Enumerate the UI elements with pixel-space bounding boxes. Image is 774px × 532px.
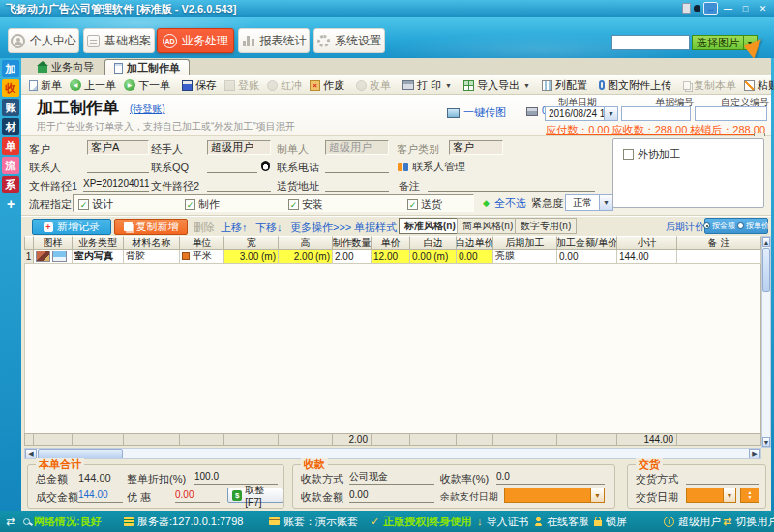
sidebar-item-order[interactable]: 单 [2, 137, 19, 155]
sidebar-item-material[interactable]: 材 [2, 118, 19, 135]
col-price[interactable]: 单价 [372, 236, 410, 250]
checkbox-install[interactable]: ✓安装 [288, 197, 323, 212]
style-tab-simple[interactable]: 简单风格(n) [457, 218, 519, 234]
order-date-combo[interactable]: 2016/08/24 15:17:32 ▼ [545, 106, 618, 121]
due-date-combo[interactable]: ▼ [504, 488, 605, 503]
maximize-button[interactable]: □ [738, 2, 753, 15]
current-user[interactable]: i超级用户 [664, 511, 721, 532]
qq-field[interactable] [207, 159, 257, 173]
sidebar-item-system[interactable]: 系 [2, 176, 19, 193]
deal-field[interactable]: 144.00 [78, 488, 123, 503]
import-export-button[interactable]: 导入导出▼ [460, 77, 534, 94]
radio-by-price[interactable] [737, 222, 744, 229]
round-button[interactable]: $ 取整[F7] [227, 488, 283, 503]
attachment-upload-button[interactable]: 图文附件上传 [595, 77, 675, 94]
cell-process-amount[interactable]: 0.00 [557, 250, 617, 264]
doc-no-input[interactable] [621, 106, 691, 121]
cell-material[interactable]: 背胶 [124, 250, 180, 264]
tab-business-wizard[interactable]: 业务向导 [29, 59, 103, 75]
cell-price[interactable]: 12.00 [372, 250, 410, 264]
delivery-method-field[interactable] [686, 470, 759, 485]
clipboard-icon[interactable] [682, 3, 691, 14]
cell-subtotal[interactable]: 144.00 [617, 250, 677, 264]
qq-penguin-icon[interactable] [261, 161, 270, 171]
online-service-button[interactable]: 在线客服 [534, 511, 589, 532]
void-button[interactable]: ×作废 [306, 77, 348, 94]
col-rownum[interactable] [24, 236, 34, 250]
pay-amount-field[interactable]: 0.00 [349, 488, 434, 503]
save-button[interactable]: 保存 [178, 77, 221, 94]
col-qty[interactable]: 制作数量 [333, 236, 372, 250]
import-cert-button[interactable]: ↓导入证书 [477, 511, 529, 532]
cell-rownum[interactable]: 1 [24, 250, 34, 264]
sidebar-item-flow[interactable]: 流 [2, 157, 19, 174]
move-down-link[interactable]: 下移↓ [255, 221, 283, 235]
checkbox-design[interactable]: ✓设计 [78, 197, 113, 212]
nav-tab-business[interactable]: AD 业务处理 [157, 28, 234, 53]
print-button[interactable]: 打 印▼ [399, 77, 456, 94]
tab-work-order[interactable]: 加工制作单 [104, 59, 190, 75]
col-material[interactable]: 材料名称 [124, 236, 180, 250]
nav-tab-archives[interactable]: 基础档案 [83, 28, 155, 53]
path2-field[interactable] [207, 177, 271, 192]
col-process-amount[interactable]: 加工金额/单价 [557, 236, 617, 250]
image-search-input[interactable] [611, 35, 690, 50]
phone-field[interactable] [325, 159, 389, 173]
col-note[interactable]: 备 注 [677, 236, 761, 250]
cell-margin[interactable]: 0.00 (m) [410, 250, 457, 264]
scrollbar-thumb[interactable] [762, 248, 770, 292]
pay-method-field[interactable]: 公司现金 [349, 470, 434, 485]
app-tray-icon[interactable] [694, 5, 700, 12]
cell-post-process[interactable]: 亮膜 [493, 250, 557, 264]
cell-qty[interactable]: 2.00 [333, 250, 372, 264]
copy-order-button[interactable]: 复制本单 [679, 77, 740, 94]
col-width[interactable]: 宽 [224, 236, 279, 250]
nav-tab-settings[interactable]: 系统设置 [313, 28, 385, 53]
scroll-down-icon[interactable]: ▼ [762, 437, 770, 447]
copy-add-button[interactable]: 复制新增 [114, 219, 188, 235]
radio-by-amount[interactable] [703, 222, 710, 229]
scroll-up-icon[interactable]: ▲ [762, 237, 770, 247]
col-post-process[interactable]: 后期加工 [493, 236, 557, 250]
sidebar-item-plus[interactable]: + [2, 195, 19, 213]
col-image[interactable]: 图样 [34, 236, 73, 250]
cell-image[interactable] [34, 250, 73, 264]
post-account-button[interactable]: 登账 [221, 77, 263, 94]
off-field[interactable]: 0.00 [175, 488, 220, 503]
style-tab-digital[interactable]: 数字专用(n) [515, 218, 577, 234]
sidebar-item-receive[interactable]: 收 [2, 79, 19, 97]
sidebar-item-account[interactable]: 账 [2, 99, 19, 116]
checkbox-deliver[interactable]: ✓送货 [407, 197, 442, 212]
lock-screen-button[interactable]: 锁屏 [594, 511, 627, 532]
customer-field[interactable]: 客户A [87, 140, 149, 155]
one-key-transfer-link[interactable]: 一键传图 [447, 105, 506, 120]
cell-unit[interactable]: 平米 [180, 250, 224, 264]
sidebar-item-add[interactable]: 加 [2, 60, 19, 77]
address-field[interactable] [325, 177, 389, 192]
pay-rate-field[interactable]: 0.0 [496, 470, 605, 485]
cell-note[interactable] [677, 250, 761, 264]
scroll-right-icon[interactable]: ▶ [749, 449, 760, 458]
category-field[interactable]: 客户 [449, 140, 503, 155]
cell-width[interactable]: 3.00 (m) [224, 250, 279, 264]
paste-screenshot-button[interactable]: 粘贴截图 [740, 77, 774, 94]
style-tab-standard[interactable]: 标准风格(n) [399, 218, 461, 234]
col-type[interactable]: 业务类型 [73, 236, 124, 250]
col-subtotal[interactable]: 小计 [617, 236, 677, 250]
outsource-checkbox[interactable]: ✓ 外协加工 [623, 147, 680, 162]
checkbox-make[interactable]: ✓制作 [185, 197, 220, 212]
new-order-button[interactable]: 新单 [25, 77, 66, 94]
nav-tab-reports[interactable]: 报表统计 [238, 28, 310, 53]
cell-type[interactable]: 室内写真 [73, 250, 124, 264]
custom-no-input[interactable] [695, 106, 767, 121]
modify-order-button[interactable]: 改单 [352, 77, 395, 94]
cell-height[interactable]: 2.00 (m) [279, 250, 333, 264]
delete-link[interactable]: 删除 [194, 221, 215, 235]
note-field[interactable] [428, 177, 595, 192]
col-margin[interactable]: 白边 [410, 236, 457, 250]
switch-user-button[interactable]: ⇄切换用户 [723, 511, 774, 532]
delivery-time-stepper[interactable]: ▲▼ [740, 488, 759, 503]
col-height[interactable]: 高 [279, 236, 333, 250]
urgency-combo[interactable]: 正常 ▼ [565, 194, 613, 211]
column-config-button[interactable]: 列配置 [538, 77, 591, 94]
